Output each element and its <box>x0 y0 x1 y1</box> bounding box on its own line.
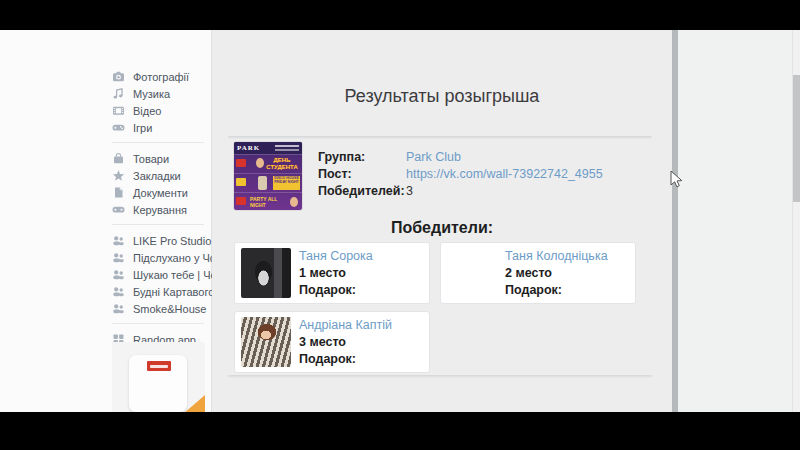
sidebar-menu: Фотографії Музика Відео Ігри Това <box>112 68 208 348</box>
poster-row-1: ДЕНЬ СТУДЕНТА <box>234 154 302 173</box>
sidebar-item-manage[interactable]: Керування <box>112 201 208 218</box>
section-divider <box>228 136 652 139</box>
post-label: Пост: <box>318 166 406 183</box>
group-post-thumbnail[interactable]: PARK ДЕНЬ СТУДЕНТА DISCO HOUSE FRIDAY NI… <box>234 142 302 210</box>
sidebar-item-label: Музика <box>133 88 170 100</box>
document-icon <box>112 186 125 199</box>
sidebar-item-label: Закладки <box>133 170 181 182</box>
sidebar-item-community-3[interactable]: Шукаю тебе | Чо.. <box>112 266 208 283</box>
poster-face <box>256 158 264 168</box>
winner-card: Таня Колодніцька 2 место Подарок: <box>440 242 636 304</box>
video-icon <box>112 104 125 117</box>
sidebar-item-label: Документи <box>133 187 188 199</box>
info-row-group: Группа: Park Club <box>318 149 603 166</box>
gamepad-icon <box>112 121 125 134</box>
screen: Фотографії Музика Відео Ігри Това <box>0 0 800 450</box>
winners-count-label: Победителей: <box>318 183 406 200</box>
poster-line-3: PARTY ALL NIGHT <box>250 196 284 208</box>
sidebar-item-community-5[interactable]: Smoke&House <box>112 300 208 317</box>
bag-icon <box>112 152 125 165</box>
menu-divider <box>112 224 204 225</box>
winner-place: 2 место <box>505 266 552 280</box>
winner-name-link[interactable]: Таня Колодніцька <box>505 249 608 263</box>
poster-face <box>290 197 298 207</box>
camera-icon <box>112 70 125 83</box>
poster-row-3: PARTY ALL NIGHT <box>234 192 302 210</box>
winners-count-value: 3 <box>406 183 413 200</box>
sidebar-item-games[interactable]: Ігри <box>112 119 208 136</box>
sidebar-item-community-1[interactable]: LIKE Pro Studio <box>112 232 208 249</box>
sidebar-item-market[interactable]: Товари <box>112 150 208 167</box>
sidebar-item-label: Товари <box>133 153 169 165</box>
community-icon <box>112 285 125 298</box>
sidebar-item-community-2[interactable]: Підслухано у Чо.. <box>112 249 208 266</box>
sidebar-item-video[interactable]: Відео <box>112 102 208 119</box>
group-label: Группа: <box>318 149 406 166</box>
sidebar-item-photos[interactable]: Фотографії <box>112 68 208 85</box>
raffle-info: Группа: Park Club Пост: https://vk.com/w… <box>318 149 603 200</box>
winner-name-link[interactable]: Таня Сорока <box>299 249 373 263</box>
community-icon <box>112 251 125 264</box>
sidebar-item-label: LIKE Pro Studio <box>133 235 211 247</box>
sweatshirt-logo <box>147 361 171 371</box>
app-content: Результаты розыгрыша PARK ДЕНЬ СТУДЕНТА … <box>212 30 672 412</box>
winner-place: 3 место <box>299 335 346 349</box>
menu-divider <box>112 323 204 324</box>
sidebar-item-label: Керування <box>133 204 187 216</box>
sidebar-item-label: Підслухано у Чо.. <box>133 252 222 264</box>
info-row-winners-count: Победителей: 3 <box>318 183 603 200</box>
poster-figure <box>258 176 267 190</box>
sidebar-item-label: Smoke&House <box>133 303 206 315</box>
winner-avatar[interactable] <box>241 248 291 298</box>
page-title: Результаты розыгрыша <box>212 86 672 107</box>
menu-divider <box>112 142 204 143</box>
winner-gift-label: Подарок: <box>505 283 562 297</box>
poster-date-chip <box>236 178 246 186</box>
star-icon <box>112 169 125 182</box>
sidebar: Фотографії Музика Відео Ігри Това <box>0 30 212 412</box>
vk-page: Фотографії Музика Відео Ігри Това <box>0 30 800 412</box>
section-divider <box>228 375 652 378</box>
sidebar-item-label: Ігри <box>133 122 152 134</box>
post-link[interactable]: https://vk.com/wall-73922742_4955 <box>406 166 603 183</box>
winner-gift-label: Подарок: <box>299 352 356 366</box>
winner-avatar[interactable] <box>447 248 497 298</box>
winner-card: Таня Сорока 1 место Подарок: <box>234 242 430 304</box>
community-icon <box>112 302 125 315</box>
poster-line-1: ДЕНЬ СТУДЕНТА <box>264 157 300 171</box>
community-icon <box>112 268 125 281</box>
sidebar-item-label: Шукаю тебе | Чо.. <box>133 269 223 281</box>
info-row-post: Пост: https://vk.com/wall-73922742_4955 <box>318 166 603 183</box>
sidebar-item-label: Відео <box>133 105 161 117</box>
winner-name-link[interactable]: Андріана Каптій <box>299 318 392 332</box>
music-icon <box>112 87 125 100</box>
letterbox-bottom <box>0 412 800 450</box>
group-link[interactable]: Park Club <box>406 149 461 166</box>
winner-place: 1 место <box>299 266 346 280</box>
sidebar-item-bookmarks[interactable]: Закладки <box>112 167 208 184</box>
manage-icon <box>112 203 125 216</box>
mouse-cursor <box>670 170 684 190</box>
browser-scrollbar[interactable] <box>792 30 800 412</box>
scrollbar-thumb[interactable] <box>793 75 800 202</box>
sidebar-item-label: Будні Картавого <box>133 286 214 298</box>
poster-date-chip <box>236 197 246 205</box>
poster-header: PARK <box>234 142 302 154</box>
letterbox-top <box>0 0 800 30</box>
winner-card: Андріана Каптій 3 место Подарок: <box>234 311 430 373</box>
sidebar-item-music[interactable]: Музика <box>112 85 208 102</box>
winners-heading: Победители: <box>212 219 672 237</box>
community-icon <box>112 234 125 247</box>
poster-row-2: DISCO HOUSE FRIDAY NIGHT <box>234 173 302 192</box>
poster-line-2: DISCO HOUSE FRIDAY NIGHT <box>273 176 300 190</box>
poster-date-chip <box>236 159 246 167</box>
sidebar-item-community-4[interactable]: Будні Картавого <box>112 283 208 300</box>
winner-gift-label: Подарок: <box>299 283 356 297</box>
page-right-area: 22 <box>678 30 792 412</box>
winner-avatar[interactable] <box>241 317 291 367</box>
sidebar-item-label: Фотографії <box>133 71 189 83</box>
poster-brand-text: PARK <box>237 144 260 152</box>
sidebar-item-documents[interactable]: Документи <box>112 184 208 201</box>
